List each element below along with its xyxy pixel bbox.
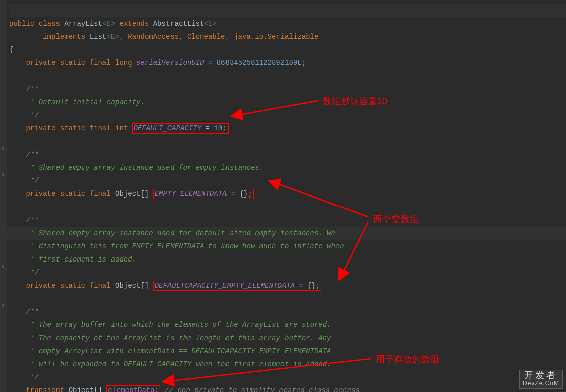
line-comment: // non-private to simplify nested class … bbox=[160, 386, 360, 392]
eq: = bbox=[204, 59, 216, 67]
javadoc-open: /** bbox=[26, 151, 39, 159]
code-block: public class ArrayList<E> extends Abstra… bbox=[9, 4, 360, 392]
field-defaultcap-empty-elementdata: DEFAULTCAPACITY_EMPTY_ELEMENTDATA bbox=[155, 282, 295, 290]
keyword-implements: implements bbox=[43, 33, 85, 41]
javadoc-line: * will be expanded to DEFAULT_CAPACITY w… bbox=[26, 360, 331, 368]
keyword-extends: extends bbox=[120, 20, 149, 28]
generic: <E> bbox=[204, 20, 217, 28]
type-object-array: Object[] bbox=[64, 386, 106, 392]
javadoc-close: */ bbox=[26, 373, 39, 381]
interface: List bbox=[90, 33, 107, 41]
modifiers: private static final bbox=[26, 190, 111, 198]
eq-init: = {} bbox=[295, 282, 316, 290]
keyword-transient: transient bbox=[26, 386, 65, 392]
eq-init: = {} bbox=[227, 190, 248, 198]
javadoc-line: * distinguish this from EMPTY_ELEMENTDAT… bbox=[26, 242, 344, 250]
interfaces-rest: , RandomAccess, Cloneable, java.io.Seria… bbox=[119, 33, 318, 41]
javadoc-close: */ bbox=[26, 111, 39, 119]
annotation-two-empty-arrays: 两个空数组 bbox=[373, 213, 419, 226]
javadoc-close: */ bbox=[26, 177, 39, 185]
watermark-cn: 开发者 bbox=[523, 371, 559, 379]
semi: ; bbox=[155, 386, 159, 392]
type-object-array: Object[] bbox=[111, 282, 153, 290]
generic: <E> bbox=[106, 33, 119, 41]
javadoc-line: * The capacity of the ArrayList is the l… bbox=[26, 334, 331, 342]
semi: ; bbox=[316, 282, 320, 290]
javadoc-open: /** bbox=[26, 85, 39, 93]
type-object-array: Object[] bbox=[111, 190, 153, 198]
editor-gutter bbox=[0, 0, 7, 392]
watermark: 开发者 DevZe.CoM bbox=[519, 370, 563, 389]
fold-icon[interactable]: ⊟ bbox=[2, 168, 6, 172]
fold-icon[interactable]: ⊟ bbox=[2, 299, 6, 303]
fold-icon[interactable]: ⊟ bbox=[2, 260, 6, 264]
keyword-public: public bbox=[9, 20, 34, 28]
brace-open: { bbox=[9, 46, 13, 54]
fold-icon[interactable]: ⊟ bbox=[2, 103, 6, 107]
field-default-capacity: DEFAULT_CAPACITY bbox=[134, 124, 201, 133]
fold-icon[interactable]: ⊟ bbox=[2, 208, 6, 212]
annotation-storage-array: 用于存放的数组 bbox=[376, 353, 439, 366]
watermark-en: DevZe.CoM bbox=[523, 379, 559, 387]
semi: ; bbox=[302, 59, 306, 67]
javadoc-line: * Shared empty array instance used for e… bbox=[26, 164, 263, 172]
semi: ; bbox=[222, 124, 227, 133]
fold-icon[interactable]: ⊟ bbox=[2, 142, 6, 146]
javadoc-open: /** bbox=[26, 308, 39, 316]
javadoc-close: */ bbox=[26, 269, 39, 277]
field-serialVersionUID: serialVersionUID bbox=[136, 59, 204, 67]
javadoc-line: * The array buffer into which the elemen… bbox=[26, 321, 331, 329]
javadoc-open: /** bbox=[26, 216, 39, 224]
field-empty-elementdata: EMPTY_ELEMENTDATA bbox=[155, 190, 227, 198]
modifiers: private static final int bbox=[26, 124, 128, 133]
field-elementData: elementData bbox=[108, 386, 154, 392]
javadoc-line: * Default initial capacity. bbox=[26, 98, 145, 106]
number-literal: 8683452581122892189L bbox=[217, 59, 302, 67]
javadoc-line: * empty ArrayList with elementData == DE… bbox=[26, 347, 331, 355]
class-name: ArrayList bbox=[64, 20, 102, 28]
eq: = bbox=[201, 124, 214, 133]
annotation-default-capacity: 数组默认容量10 bbox=[323, 95, 387, 108]
modifiers: private static final bbox=[26, 282, 111, 290]
superclass: AbstractList bbox=[153, 20, 204, 28]
semi: ; bbox=[248, 190, 252, 198]
generic: <E> bbox=[102, 20, 115, 28]
javadoc-line: * Shared empty array instance used for d… bbox=[26, 229, 335, 237]
javadoc-line: * first element is added. bbox=[26, 255, 136, 264]
modifiers: private static final long bbox=[26, 59, 132, 67]
number-10: 10 bbox=[214, 124, 222, 133]
keyword-class: class bbox=[39, 20, 60, 28]
fold-icon[interactable]: ⊟ bbox=[2, 77, 6, 81]
